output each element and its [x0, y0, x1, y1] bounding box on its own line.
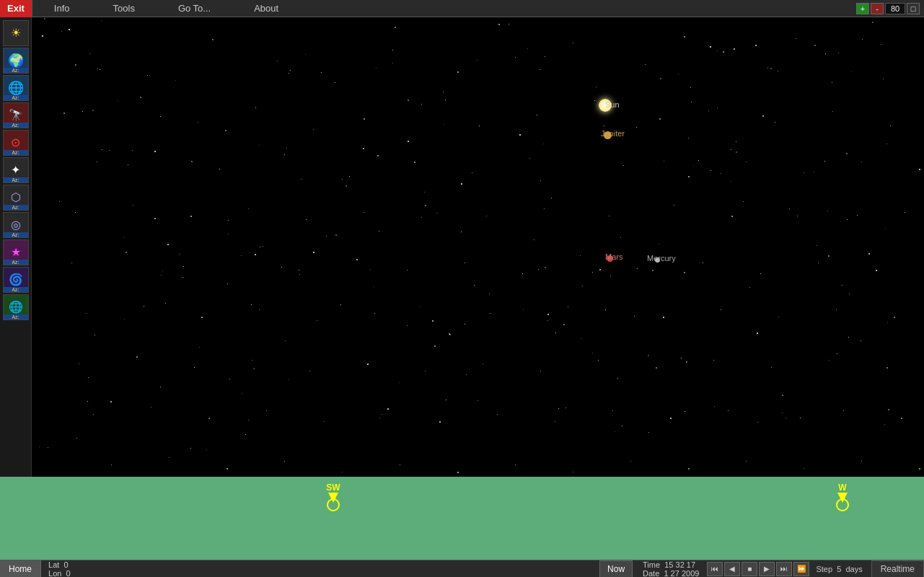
star [248, 208, 249, 209]
star [219, 169, 220, 169]
menu-about[interactable]: About [232, 0, 300, 17]
star [827, 211, 828, 211]
time-display: Time 15 32 17 [643, 560, 699, 569]
star [76, 438, 77, 439]
zoom-in-button[interactable]: + [856, 3, 869, 14]
zoom-out-button[interactable]: - [871, 3, 884, 14]
star [317, 320, 317, 321]
sun-label: Sun [605, 100, 620, 109]
star [599, 269, 601, 270]
star [782, 413, 783, 413]
star [160, 387, 161, 387]
star [919, 169, 920, 170]
star [154, 151, 156, 152]
star [140, 97, 141, 98]
star [182, 277, 183, 278]
star [421, 217, 422, 218]
sidebar-icon-globe[interactable]: 🌐 Az: [3, 75, 29, 101]
star [199, 347, 200, 348]
star [652, 270, 654, 271]
star [284, 154, 285, 155]
star [540, 371, 541, 371]
star [457, 472, 459, 473]
star [425, 205, 426, 206]
sidebar-icon-galaxy[interactable]: 🌀 Az: [3, 267, 29, 293]
realtime-button[interactable]: Realtime [871, 560, 924, 578]
compass-w-circle [836, 498, 849, 511]
sky-view[interactable]: Sun Jupiter Mars Mercury [32, 17, 924, 477]
menu-goto[interactable]: Go To... [157, 0, 232, 17]
skip-back-button[interactable]: ⏮ [707, 562, 723, 576]
star [465, 263, 465, 263]
star [770, 68, 772, 69]
star [592, 272, 593, 273]
star [92, 110, 94, 111]
star [245, 434, 246, 435]
compass-sw[interactable]: SW [326, 483, 340, 513]
sidebar-icon-target[interactable]: ⊙ Az: [3, 130, 29, 156]
sidebar-icon-earth[interactable]: 🌍 Az: [3, 48, 29, 74]
star [634, 316, 635, 317]
star [97, 69, 98, 69]
star [825, 53, 826, 54]
star [379, 418, 380, 418]
star [194, 367, 195, 368]
now-button[interactable]: Now [599, 560, 633, 578]
prev-button[interactable]: ◀ [724, 562, 740, 576]
home-button[interactable]: Home [0, 560, 41, 578]
fast-fwd-button[interactable]: ⏩ [793, 562, 809, 576]
jupiter-object[interactable]: Jupiter [591, 131, 625, 138]
menu-info[interactable]: Info [32, 0, 92, 17]
sidebar-icon-starburst[interactable]: ✦ Az: [3, 157, 29, 183]
star [498, 24, 500, 25]
skip-fwd-button[interactable]: ⏭ [776, 562, 792, 576]
star [563, 324, 565, 325]
star [136, 356, 138, 358]
star [800, 418, 801, 418]
menu-tools[interactable]: Tools [92, 0, 157, 17]
star [349, 176, 350, 177]
star [252, 360, 252, 361]
star [703, 263, 703, 263]
sidebar-icon-star[interactable]: ★ Az: [3, 239, 29, 265]
sidebar-icon-double-circle[interactable]: ◎ Az: [3, 212, 29, 238]
sun-object[interactable]: Sun [591, 99, 620, 109]
star [289, 379, 289, 380]
star [828, 255, 830, 257]
sidebar-icon-earth2[interactable]: 🌐 Az: [3, 294, 29, 320]
mercury-object[interactable]: Mercury [640, 257, 676, 263]
star [242, 393, 242, 394]
star [515, 464, 516, 465]
star [259, 309, 260, 310]
sidebar-icon-telescope[interactable]: 🔭 Az: [3, 102, 29, 128]
star [749, 287, 750, 288]
star [566, 408, 566, 408]
star [466, 374, 467, 375]
compass-w[interactable]: W [835, 483, 850, 513]
star [400, 464, 400, 465]
sidebar-icon-hex[interactable]: ⬡ Az: [3, 185, 29, 211]
star [721, 309, 721, 310]
star [465, 324, 465, 325]
star [894, 317, 895, 318]
exit-button[interactable]: Exit [0, 0, 32, 17]
next-button[interactable]: ▶ [759, 562, 775, 576]
star [309, 371, 310, 371]
star [289, 73, 289, 74]
sidebar-icon-sun[interactable]: ☀ [3, 20, 29, 46]
star [693, 166, 694, 167]
star [183, 266, 184, 267]
star [376, 68, 377, 69]
star [478, 400, 478, 401]
star [260, 247, 260, 247]
star [132, 150, 133, 151]
mars-object[interactable]: Mars [597, 255, 622, 261]
star [86, 313, 87, 314]
stop-button[interactable]: ■ [742, 562, 757, 576]
star [630, 461, 631, 462]
settings-button[interactable]: □ [907, 3, 920, 14]
star [734, 48, 735, 50]
star [555, 421, 555, 422]
star [710, 46, 711, 48]
star [175, 80, 176, 81]
